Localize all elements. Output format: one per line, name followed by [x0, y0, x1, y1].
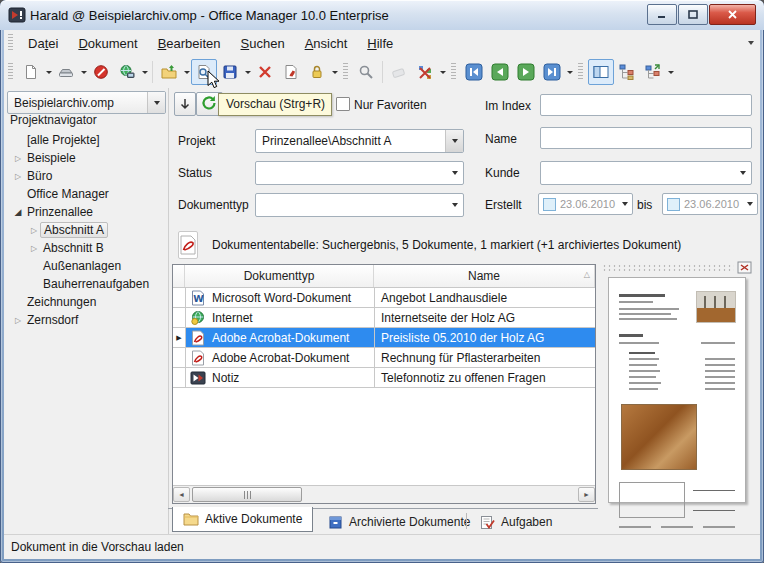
toolbar-grip[interactable] — [578, 63, 583, 81]
close-button[interactable] — [709, 4, 756, 25]
table-row[interactable]: Adobe Acrobat-Dokument Rechnung für Pfla… — [173, 348, 595, 368]
combo-arrow-icon[interactable] — [147, 92, 165, 113]
status-combo[interactable] — [255, 161, 464, 185]
sidebar-item-abschnitt-a[interactable]: ▷Abschnitt A — [4, 221, 164, 239]
menu-item-bearbeiten[interactable]: Bearbeiten — [148, 32, 231, 55]
toolbar-grip[interactable] — [451, 63, 456, 81]
search-button[interactable] — [353, 59, 379, 85]
table-row[interactable]: Internet Internetseite der Holz AG — [173, 308, 595, 328]
clear-filter-button[interactable] — [412, 59, 438, 85]
table-row[interactable]: WMicrosoft Word-Dokument Angebot Landhau… — [173, 288, 595, 308]
erstellt-bis-datepicker[interactable]: 23.06.2010 — [662, 193, 758, 215]
toolbar-grip[interactable] — [343, 63, 348, 81]
toolbar-grip[interactable] — [8, 63, 13, 81]
scan-dropdown[interactable] — [79, 60, 88, 84]
projekt-combo[interactable]: Prinzenallee\Abschnitt A — [255, 129, 464, 153]
project-tree-button[interactable] — [614, 59, 640, 85]
scroll-right-button[interactable]: ► — [578, 487, 595, 502]
collapse-icon[interactable]: ▷ — [28, 226, 40, 235]
nav-next-button[interactable] — [513, 59, 539, 85]
nav-last-button[interactable] — [539, 59, 565, 85]
web-import-button[interactable] — [114, 59, 140, 85]
combo-arrow-icon[interactable] — [747, 202, 753, 206]
sidebar-item-alle-projekte[interactable]: [alle Projekte] — [4, 131, 164, 149]
collapse-icon[interactable]: ▷ — [28, 244, 40, 253]
menu-item-dokument[interactable]: Dokument — [68, 32, 147, 55]
table-row[interactable]: Notiz Telefonnotiz zu offenen Fragen — [173, 368, 595, 388]
preview-splitter-handle[interactable] — [602, 264, 734, 273]
combo-arrow-icon[interactable] — [445, 130, 463, 152]
table-row-selected[interactable]: ▶ Adobe Acrobat-Dokument Preisliste 05.2… — [173, 328, 595, 348]
import-folder-button[interactable] — [156, 59, 182, 85]
eraser-button[interactable] — [386, 59, 412, 85]
collapse-icon[interactable]: ▷ — [12, 316, 24, 325]
sidebar-item-zeichnungen[interactable]: Zeichnungen — [4, 293, 164, 311]
menu-item-hilfe[interactable]: Hilfe — [357, 32, 403, 55]
collapse-icon[interactable]: ▷ — [12, 172, 24, 181]
kunde-combo[interactable] — [540, 161, 752, 185]
archive-file-combo[interactable]: Beispielarchiv.omp — [7, 91, 166, 114]
minimize-button[interactable] — [647, 4, 677, 25]
preview-page[interactable] — [608, 277, 746, 503]
sidebar-item-aussenanlagen[interactable]: Außenanlagen — [4, 257, 164, 275]
sidebar-item-bauherrenaufgaben[interactable]: Bauherrenaufgaben — [4, 275, 164, 293]
column-header-name[interactable]: Name△ — [374, 265, 595, 287]
window-title: Harald @ Beispielarchiv.omp - Office Man… — [30, 8, 389, 23]
sidebar-item-office-manager[interactable]: Office Manager — [4, 185, 164, 203]
tab-separator — [466, 513, 467, 529]
menu-item-suchen[interactable]: Suchen — [231, 32, 295, 55]
tab-aktive-dokumente[interactable]: Aktive Dokumente — [172, 507, 313, 532]
title-bar[interactable]: Harald @ Beispielarchiv.omp - Office Man… — [0, 0, 764, 30]
close-preview-icon[interactable] — [737, 260, 752, 274]
toolbar-grip[interactable] — [8, 34, 13, 52]
combo-arrow-icon[interactable] — [446, 162, 463, 184]
im-index-input[interactable] — [540, 94, 752, 116]
expand-icon[interactable]: ◢ — [12, 207, 24, 217]
column-header-dokumenttyp[interactable]: Dokumenttyp — [185, 265, 374, 287]
project-tree-edit-button[interactable] — [640, 59, 666, 85]
favorites-checkbox[interactable] — [336, 97, 350, 111]
new-document-button[interactable] — [18, 59, 44, 85]
selected-doc-type-button[interactable] — [178, 231, 198, 259]
dokumenttyp-combo[interactable] — [255, 193, 464, 217]
lock-button[interactable] — [304, 59, 330, 85]
sidebar-item-beispiele[interactable]: ▷Beispiele — [4, 149, 164, 167]
save-dropdown[interactable] — [243, 60, 252, 84]
sidebar-item-buero[interactable]: ▷Büro — [4, 167, 164, 185]
scan-button[interactable] — [53, 59, 79, 85]
combo-arrow-icon[interactable] — [734, 162, 751, 184]
sidebar-item-prinzenallee[interactable]: ◢Prinzenallee — [4, 203, 164, 221]
tab-archivierte-dokumente[interactable]: Archivierte Dokumente — [320, 512, 478, 532]
collapse-icon[interactable]: ▷ — [12, 154, 24, 163]
web-import-dropdown[interactable] — [140, 60, 149, 84]
tree-dropdown[interactable] — [666, 60, 675, 84]
nav-first-button[interactable] — [461, 59, 487, 85]
date-checkbox[interactable] — [543, 198, 556, 211]
lock-dropdown[interactable] — [330, 60, 339, 84]
combo-arrow-icon[interactable] — [622, 202, 628, 206]
maximize-button[interactable] — [678, 4, 708, 25]
date-checkbox[interactable] — [667, 198, 680, 211]
erstellt-von-datepicker[interactable]: 23.06.2010 — [538, 193, 633, 215]
combo-arrow-icon[interactable] — [446, 194, 463, 216]
toggle-preview-pane-button[interactable] — [588, 59, 614, 85]
tab-aufgaben[interactable]: Aufgaben — [472, 512, 560, 532]
clear-filter-dropdown[interactable] — [438, 60, 447, 84]
name-input[interactable] — [540, 127, 752, 149]
checkout-button[interactable] — [278, 59, 304, 85]
menu-item-ansicht[interactable]: Ansicht — [295, 32, 358, 55]
menu-overflow-icon[interactable] — [748, 41, 754, 45]
nav-previous-button[interactable] — [487, 59, 513, 85]
sidebar-item-zernsdorf[interactable]: ▷Zernsdorf — [4, 311, 164, 329]
row-selector — [173, 288, 186, 307]
menu-item-datei[interactable]: Datei — [18, 32, 68, 55]
nav-dropdown[interactable] — [565, 60, 574, 84]
sidebar-item-abschnitt-b[interactable]: ▷Abschnitt B — [4, 239, 164, 257]
scrollbar-thumb[interactable] — [192, 487, 302, 502]
delete-button[interactable] — [252, 59, 278, 85]
scroll-left-button[interactable]: ◄ — [173, 487, 190, 502]
record-button[interactable] — [88, 59, 114, 85]
new-document-dropdown[interactable] — [44, 60, 53, 84]
import-folder-dropdown[interactable] — [182, 60, 191, 84]
collapse-search-button[interactable] — [174, 92, 196, 116]
